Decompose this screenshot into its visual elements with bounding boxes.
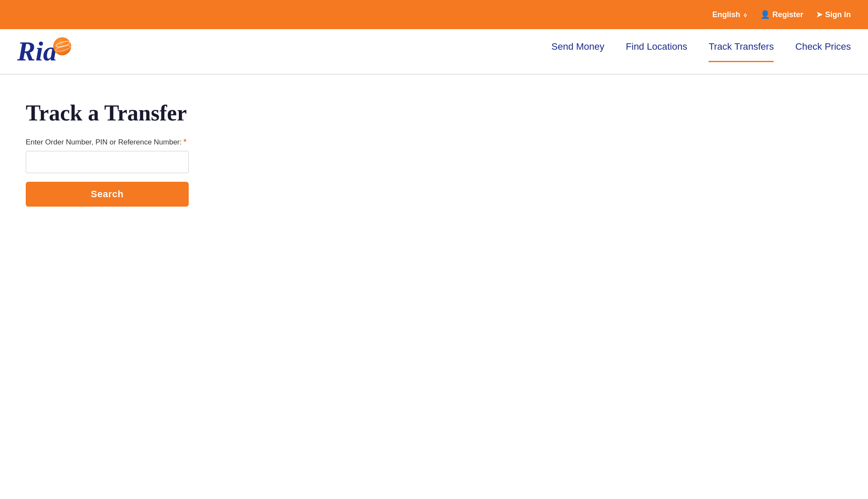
nav-find-locations[interactable]: Find Locations <box>626 41 687 62</box>
required-star: * <box>184 138 187 147</box>
header: Ria Send Money Find Locations Track Tran… <box>0 29 868 75</box>
field-label-text: Enter Order Number, PIN or Reference Num… <box>26 138 182 147</box>
register-link[interactable]: 👤 Register <box>760 10 803 19</box>
search-button[interactable]: Search <box>26 182 189 207</box>
ball-graphic <box>53 37 71 55</box>
signin-link[interactable]: ➤ Sign In <box>816 10 851 19</box>
language-label: English <box>712 10 740 19</box>
signin-label: Sign In <box>825 10 851 19</box>
register-label: Register <box>772 10 803 19</box>
main-nav: Send Money Find Locations Track Transfer… <box>552 41 851 62</box>
header-inner: Ria Send Money Find Locations Track Tran… <box>17 38 851 74</box>
field-label: Enter Order Number, PIN or Reference Num… <box>26 138 842 147</box>
nav-check-prices[interactable]: Check Prices <box>795 41 851 62</box>
language-arrow-icon: ⬨ <box>743 10 747 19</box>
signin-icon: ➤ <box>816 10 823 19</box>
logo[interactable]: Ria <box>17 38 71 65</box>
logo-wordmark: Ria <box>17 36 57 66</box>
page-title: Track a Transfer <box>26 100 842 126</box>
language-selector[interactable]: English ⬨ <box>712 10 747 19</box>
logo-ball-icon <box>53 37 71 57</box>
tracking-number-input[interactable] <box>26 151 189 173</box>
nav-send-money[interactable]: Send Money <box>552 41 605 62</box>
main-content: Track a Transfer Enter Order Number, PIN… <box>0 75 868 499</box>
nav-track-transfers[interactable]: Track Transfers <box>708 41 774 62</box>
register-icon: 👤 <box>760 10 770 19</box>
search-button-label: Search <box>91 189 124 199</box>
logo-text: Ria <box>17 38 57 65</box>
page-wrapper: English ⬨ 👤 Register ➤ Sign In Ria <box>0 0 868 499</box>
top-bar: English ⬨ 👤 Register ➤ Sign In <box>0 0 868 29</box>
